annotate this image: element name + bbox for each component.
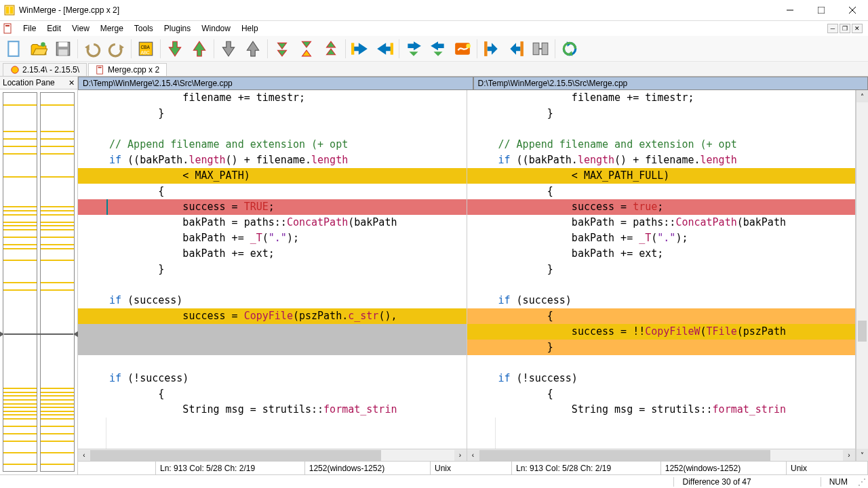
code-line[interactable]	[78, 324, 467, 340]
next-conflict-button[interactable]	[217, 37, 240, 60]
code-line[interactable]: {	[78, 184, 467, 199]
code-line[interactable]: // Append filename and extension (+ opt	[467, 137, 856, 152]
vscroll[interactable]: ˄˅	[856, 90, 868, 461]
code-line[interactable]	[78, 355, 467, 371]
all-left-button[interactable]	[505, 37, 528, 60]
right-path: D:\Temp\WinMerge\2.15.5\Src\Merge.cpp	[473, 77, 869, 90]
auto-merge-button[interactable]	[529, 37, 552, 60]
code-line[interactable]: success = TRUE;	[78, 199, 467, 215]
maximize-button[interactable]	[806, 0, 837, 20]
menubar: FileEditViewMergeToolsPluginsWindowHelp …	[0, 21, 868, 36]
code-line[interactable]	[78, 277, 467, 293]
menu-edit[interactable]: Edit	[41, 22, 66, 35]
code-line[interactable]	[467, 277, 856, 293]
copy-right-advance-button[interactable]	[402, 37, 425, 60]
prev-conflict-button[interactable]	[241, 37, 264, 60]
prev-diff-button[interactable]	[188, 37, 211, 60]
code-line[interactable]: bakPath += _T(".");	[467, 230, 856, 246]
code-line[interactable]: {	[467, 386, 856, 402]
doc-tab-0[interactable]: 2.15.4\ - 2.15.5\	[3, 63, 87, 76]
code-line[interactable]: if (!success)	[78, 371, 467, 386]
next-diff-button[interactable]	[163, 37, 186, 60]
right-hscroll[interactable]: ‹›	[467, 449, 856, 461]
code-line[interactable]: // Append filename and extension (+ opt	[78, 137, 467, 152]
undo-button[interactable]	[81, 37, 104, 60]
code-line[interactable]: success = !!CopyFileW(TFile(pszPath	[467, 324, 856, 340]
code-line[interactable]	[78, 340, 467, 355]
code-line[interactable]: < MAX_PATH)	[78, 168, 467, 184]
code-line[interactable]: String msg = strutils::format_strin	[467, 402, 856, 418]
svg-rect-22	[484, 41, 487, 56]
location-pane-body[interactable]	[0, 89, 77, 474]
code-line[interactable]: bakPath += _T(".");	[78, 230, 467, 246]
last-diff-button[interactable]	[319, 37, 342, 60]
refresh-button[interactable]	[558, 37, 581, 60]
copy-left-advance-button[interactable]	[427, 37, 450, 60]
menu-view[interactable]: View	[66, 22, 95, 35]
menu-help[interactable]: Help	[236, 22, 264, 35]
doc-tab-1[interactable]: Merge.cpp x 2	[88, 63, 167, 76]
code-line[interactable]: if (success)	[78, 293, 467, 308]
first-diff-button[interactable]	[271, 37, 294, 60]
code-line[interactable]: }	[78, 106, 467, 121]
open-button[interactable]	[27, 37, 50, 60]
right-status-eol: Unix	[787, 462, 868, 474]
left-status-pos: Ln: 913 Col: 5/28 Ch: 2/19	[156, 462, 305, 474]
menu-file[interactable]: File	[18, 22, 41, 35]
code-line[interactable]: String msg = strutils::format_strin	[78, 402, 467, 418]
copy-left-button[interactable]	[373, 37, 396, 60]
code-line[interactable]: {	[467, 184, 856, 199]
code-line[interactable]: bakPath = paths::ConcatPath(bakPath	[467, 215, 856, 230]
options-button[interactable]	[451, 37, 474, 60]
code-line[interactable]: filename += timestr;	[467, 90, 856, 106]
location-pane-close[interactable]: ✕	[68, 79, 75, 87]
code-line[interactable]: {	[467, 308, 856, 324]
menu-tools[interactable]: Tools	[129, 22, 159, 35]
code-line[interactable]: }	[78, 262, 467, 277]
mdi-close[interactable]: ✕	[852, 24, 863, 33]
code-line[interactable]: bakPath += ext;	[467, 246, 856, 262]
code-line[interactable]: if (!success)	[467, 371, 856, 386]
copy-right-button[interactable]	[349, 37, 372, 60]
right-editor[interactable]: filename += timestr; } // Append filenam…	[467, 90, 856, 461]
menu-window[interactable]: Window	[196, 22, 236, 35]
close-button[interactable]	[837, 0, 868, 20]
redo-button[interactable]	[105, 37, 128, 60]
toolbar: CBAABC	[0, 36, 868, 62]
menu-merge[interactable]: Merge	[95, 22, 129, 35]
minimize-button[interactable]	[774, 0, 806, 20]
code-line[interactable]	[78, 121, 467, 137]
svg-rect-29	[98, 67, 102, 68]
document-tabs: 2.15.4\ - 2.15.5\Merge.cpp x 2	[0, 62, 868, 77]
code-line[interactable]	[467, 121, 856, 137]
mdi-minimize[interactable]: ─	[827, 24, 838, 33]
code-line[interactable]: < MAX_PATH_FULL)	[467, 168, 856, 184]
code-line[interactable]: filename += timestr;	[78, 90, 467, 106]
code-line[interactable]: }	[467, 340, 856, 355]
code-line[interactable]: bakPath = paths::ConcatPath(bakPath	[78, 215, 467, 230]
left-hscroll[interactable]: ‹›	[78, 449, 467, 461]
svg-text:CBA: CBA	[140, 45, 150, 49]
left-path: D:\Temp\WinMerge\2.15.4\Src\Merge.cpp	[78, 77, 473, 90]
code-line[interactable]: if (success)	[467, 293, 856, 308]
current-diff-button[interactable]	[295, 37, 318, 60]
code-line[interactable]: success = CopyFile(pszPath.c_str(),	[78, 308, 467, 324]
status-row: Ln: 913 Col: 5/28 Ch: 2/19 1252(windows-…	[78, 461, 868, 474]
all-right-button[interactable]	[480, 37, 503, 60]
code-line[interactable]: }	[467, 106, 856, 121]
code-line[interactable]: bakPath += ext;	[78, 246, 467, 262]
code-line[interactable]: }	[467, 262, 856, 277]
new-compare-button[interactable]	[3, 37, 26, 60]
highlight-button[interactable]: CBAABC	[134, 37, 157, 60]
code-line[interactable]: if ((bakPath.length() + filename.length	[78, 152, 467, 168]
window-title: WinMerge - [Merge.cpp x 2]	[19, 5, 774, 15]
code-line[interactable]: if ((bakPath.length() + filename.length	[467, 152, 856, 168]
left-status-eol: Unix	[431, 462, 512, 474]
code-line[interactable]	[467, 355, 856, 371]
mdi-restore[interactable]: ❐	[840, 24, 850, 33]
menu-plugins[interactable]: Plugins	[159, 22, 196, 35]
left-editor[interactable]: filename += timestr; } // Append filenam…	[78, 90, 467, 461]
code-line[interactable]: {	[78, 386, 467, 402]
save-button[interactable]	[52, 37, 75, 60]
code-line[interactable]: success = true;	[467, 199, 856, 215]
